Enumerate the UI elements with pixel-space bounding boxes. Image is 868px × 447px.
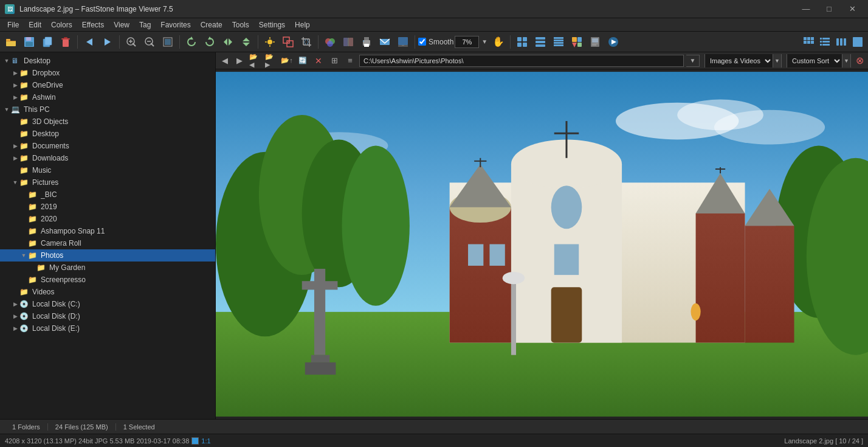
- tb-color-correct[interactable]: [322, 34, 339, 50]
- tree-item-diskd[interactable]: ▶ 💿 Local Disk (D:): [0, 310, 215, 322]
- expander-pictures[interactable]: ▼: [11, 179, 19, 185]
- tree-item-pictures[interactable]: ▼ 📁 Pictures: [0, 176, 215, 189]
- sort-arrow[interactable]: ▼: [842, 54, 850, 68]
- tb-copy[interactable]: [39, 34, 56, 50]
- tb-open[interactable]: [2, 34, 19, 50]
- tb-print2[interactable]: [587, 34, 604, 50]
- nav-folder-prev[interactable]: 📂◀: [249, 54, 262, 68]
- tb-hand-tool[interactable]: ✋: [490, 34, 507, 50]
- tb-wallpaper[interactable]: [394, 34, 412, 50]
- smooth-checkbox[interactable]: [418, 38, 426, 46]
- tb-print[interactable]: [358, 34, 375, 50]
- expander-desktop[interactable]: ▼: [2, 58, 11, 64]
- tree-item-2019[interactable]: ▶ 📁 2019: [0, 201, 215, 213]
- tb-view-list[interactable]: [817, 34, 833, 50]
- tb-batch[interactable]: [568, 34, 585, 50]
- sort-select[interactable]: Custom Sort Name Date Size: [787, 54, 842, 68]
- filter-arrow[interactable]: ▼: [773, 54, 781, 68]
- tb-compare[interactable]: [340, 34, 357, 50]
- menu-create[interactable]: Create: [196, 19, 227, 30]
- menu-tools[interactable]: Tools: [227, 19, 254, 30]
- minimize-button[interactable]: —: [795, 1, 817, 18]
- expander-downloads[interactable]: ▶: [11, 155, 19, 161]
- expander-ashwin[interactable]: ▶: [11, 94, 19, 100]
- expander-diskd[interactable]: ▶: [11, 313, 19, 319]
- tb-fit[interactable]: [159, 34, 176, 50]
- menu-help[interactable]: Help: [290, 19, 315, 30]
- nav-folder-next[interactable]: 📂▶: [264, 54, 278, 68]
- path-input[interactable]: [359, 55, 684, 67]
- tb-resize[interactable]: [280, 34, 297, 50]
- tb-save[interactable]: [21, 34, 38, 50]
- tree-item-desktop[interactable]: ▼ 🖥 Desktop: [0, 55, 215, 67]
- tb-view-filmstrip[interactable]: [833, 34, 849, 50]
- menu-tag[interactable]: Tag: [134, 19, 156, 30]
- tree-item-mygarden[interactable]: ▶ 📁 My Garden: [0, 262, 215, 274]
- tb-zoom-in[interactable]: [123, 34, 140, 50]
- tb-delete[interactable]: [57, 34, 74, 50]
- nav-view-detail[interactable]: ≡: [343, 54, 357, 68]
- tb-zoom-out[interactable]: [141, 34, 158, 50]
- tb-crop[interactable]: [298, 34, 315, 50]
- nav-forward[interactable]: ▶: [233, 54, 246, 68]
- tb-view3[interactable]: [550, 34, 567, 50]
- tb-flip-v[interactable]: [238, 34, 255, 50]
- maximize-button[interactable]: □: [818, 1, 840, 18]
- tb-view-thumbnails[interactable]: [801, 34, 816, 50]
- filter-combo[interactable]: Images & Videos Images Only Videos Only …: [704, 54, 782, 68]
- tree-item-dropbox[interactable]: ▶ 📁 Dropbox: [0, 67, 215, 79]
- smooth-label[interactable]: Smooth: [418, 38, 453, 46]
- tb-brightness[interactable]: [261, 34, 278, 50]
- tb-rotate-right[interactable]: [201, 34, 218, 50]
- tree-item-music[interactable]: ▶ 📁 Music: [0, 164, 215, 176]
- tree-item-diskc[interactable]: ▶ 💿 Local Disk (C:): [0, 298, 215, 310]
- tree-item-ashampoo[interactable]: ▶ 📁 Ashampoo Snap 11: [0, 225, 215, 237]
- menu-edit[interactable]: Edit: [24, 19, 46, 30]
- tb-view1[interactable]: [514, 34, 531, 50]
- nav-folder-up[interactable]: 📂↑: [280, 54, 294, 68]
- zoom-dropdown[interactable]: ▼: [480, 38, 489, 45]
- tb-nav-prev[interactable]: [81, 34, 98, 50]
- menu-effects[interactable]: Effects: [77, 19, 109, 30]
- tb-nav-next[interactable]: [99, 34, 116, 50]
- expander-dropbox[interactable]: ▶: [11, 70, 19, 76]
- tree-item-photos[interactable]: ▼ 📁 Photos: [0, 249, 215, 262]
- nav-back[interactable]: ◀: [218, 54, 232, 68]
- expander-onedrive[interactable]: ▶: [11, 82, 19, 88]
- tb-rotate-left[interactable]: [183, 34, 200, 50]
- menu-favorites[interactable]: Favorites: [156, 19, 195, 30]
- tree-item-documents[interactable]: ▶ 📁 Documents: [0, 140, 215, 152]
- path-dropdown[interactable]: ▼: [686, 55, 700, 67]
- expander-diskc[interactable]: ▶: [11, 301, 19, 307]
- tree-item-videos[interactable]: ▶ 📁 Videos: [0, 286, 215, 298]
- sort-combo[interactable]: Custom Sort Name Date Size ▼: [787, 54, 851, 68]
- tree-item-onedrive[interactable]: ▶ 📁 OneDrive: [0, 79, 215, 91]
- tb-view2[interactable]: [532, 34, 549, 50]
- expander-documents[interactable]: ▶: [11, 143, 19, 149]
- tb-flip-h[interactable]: [219, 34, 236, 50]
- sort-clear[interactable]: ⊗: [853, 54, 866, 68]
- tree-item-3dobjects[interactable]: ▶ 📁 3D Objects: [0, 116, 215, 128]
- tree-item-thispc[interactable]: ▼ 💻 This PC: [0, 103, 215, 116]
- nav-delete[interactable]: ✕: [312, 54, 325, 68]
- tree-item-cameraroll[interactable]: ▶ 📁 Camera Roll: [0, 237, 215, 249]
- menu-view[interactable]: View: [109, 19, 134, 30]
- expander-diske[interactable]: ▶: [11, 325, 19, 331]
- filter-select[interactable]: Images & Videos Images Only Videos Only …: [705, 54, 773, 68]
- image-area[interactable]: [216, 69, 868, 419]
- close-button[interactable]: ✕: [841, 1, 863, 18]
- tb-email[interactable]: [376, 34, 393, 50]
- menu-colors[interactable]: Colors: [46, 19, 77, 30]
- tree-item-screenpresso[interactable]: ▶ 📁 Screenpresso: [0, 274, 215, 286]
- menu-settings[interactable]: Settings: [254, 19, 290, 30]
- tree-item-2020[interactable]: ▶ 📁 2020: [0, 213, 215, 225]
- tree-item-diske[interactable]: ▶ 💿 Local Disk (E:): [0, 322, 215, 334]
- nav-view-grid[interactable]: ⊞: [328, 54, 341, 68]
- tb-slideshow[interactable]: [605, 34, 622, 50]
- expander-thispc[interactable]: ▼: [2, 106, 11, 113]
- tree-item-bic[interactable]: ▶ 📁 _BIC: [0, 189, 215, 201]
- expander-photos[interactable]: ▼: [19, 252, 28, 258]
- zoom-input[interactable]: [455, 36, 479, 48]
- nav-refresh[interactable]: 🔄: [296, 54, 309, 68]
- tree-item-ashwin[interactable]: ▶ 📁 Ashwin: [0, 91, 215, 103]
